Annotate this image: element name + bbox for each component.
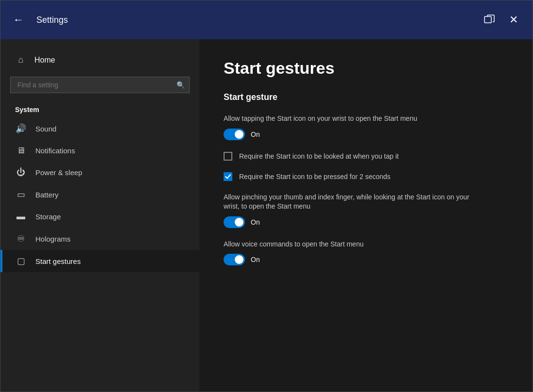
setting-wrist-tap-description: Allow tapping the Start icon on your wri… bbox=[224, 114, 485, 124]
toggle-wrist-tap[interactable] bbox=[224, 129, 245, 140]
home-icon: ⌂ bbox=[15, 55, 27, 65]
battery-icon: ▭ bbox=[15, 189, 27, 200]
content-area: ⌂ Home 🔍 System 🔊 Sound 🖥 Notifications … bbox=[0, 39, 533, 392]
toggle-row-pinch: On bbox=[224, 216, 508, 228]
checkbox-row-press-2sec: Require the Start icon to be pressed for… bbox=[224, 172, 508, 181]
sidebar-item-battery[interactable]: ▭ Battery bbox=[0, 183, 199, 206]
sidebar-label-holograms: Holograms bbox=[35, 235, 71, 243]
sidebar-section-title: System bbox=[0, 99, 199, 117]
notifications-icon: 🖥 bbox=[15, 146, 27, 156]
setting-look-at-start: Require the Start icon to be looked at w… bbox=[224, 152, 508, 161]
toggle-row-wrist-tap: On bbox=[224, 129, 508, 140]
close-button[interactable]: ✕ bbox=[504, 11, 523, 29]
storage-icon: ▬ bbox=[15, 212, 27, 222]
setting-press-2sec: Require the Start icon to be pressed for… bbox=[224, 172, 508, 181]
search-icon: 🔍 bbox=[177, 81, 185, 89]
sidebar: ⌂ Home 🔍 System 🔊 Sound 🖥 Notifications … bbox=[0, 39, 199, 392]
main-content: Start gestures Start gesture Allow tappi… bbox=[199, 39, 533, 392]
start-gestures-icon: ▢ bbox=[15, 256, 27, 266]
sound-icon: 🔊 bbox=[15, 123, 27, 134]
section-subtitle: Start gesture bbox=[224, 92, 508, 102]
setting-pinch-description: Allow pinching your thumb and index fing… bbox=[224, 193, 485, 212]
setting-wrist-tap: Allow tapping the Start icon on your wri… bbox=[224, 114, 508, 140]
svg-rect-0 bbox=[485, 16, 491, 23]
titlebar-actions: ✕ bbox=[479, 11, 523, 29]
checkbox-press-2sec-label: Require the Start icon to be pressed for… bbox=[239, 173, 390, 180]
sidebar-item-notifications[interactable]: 🖥 Notifications bbox=[0, 140, 199, 162]
checkbox-look-at-start[interactable] bbox=[224, 152, 232, 161]
sidebar-item-home[interactable]: ⌂ Home bbox=[0, 49, 199, 71]
restore-button[interactable] bbox=[479, 12, 500, 29]
toggle-voice[interactable] bbox=[224, 254, 245, 265]
toggle-row-voice: On bbox=[224, 254, 508, 265]
setting-pinch: Allow pinching your thumb and index fing… bbox=[224, 193, 508, 228]
search-container: 🔍 bbox=[10, 77, 190, 93]
toggle-pinch-label: On bbox=[251, 218, 260, 226]
setting-voice-description: Allow voice commands to open the Start m… bbox=[224, 240, 485, 249]
sidebar-label-sound: Sound bbox=[35, 125, 56, 133]
sidebar-item-holograms[interactable]: ♾ Holograms bbox=[0, 228, 199, 250]
sidebar-label-battery: Battery bbox=[35, 191, 59, 199]
holograms-icon: ♾ bbox=[15, 233, 27, 244]
checkbox-look-at-start-label: Require the Start icon to be looked at w… bbox=[239, 152, 399, 160]
search-input[interactable] bbox=[10, 77, 190, 93]
checkbox-row-look-at-start: Require the Start icon to be looked at w… bbox=[224, 152, 508, 161]
sidebar-label-storage: Storage bbox=[35, 212, 61, 221]
sidebar-item-sound[interactable]: 🔊 Sound bbox=[0, 117, 199, 140]
titlebar-title: Settings bbox=[36, 15, 479, 25]
sidebar-label-power: Power & sleep bbox=[35, 168, 82, 177]
sidebar-label-notifications: Notifications bbox=[35, 147, 75, 155]
toggle-pinch[interactable] bbox=[224, 216, 245, 228]
app-window: ← Settings ✕ ⌂ Home 🔍 System bbox=[0, 0, 533, 392]
page-title: Start gestures bbox=[224, 59, 508, 78]
home-label: Home bbox=[34, 56, 55, 65]
sidebar-item-storage[interactable]: ▬ Storage bbox=[0, 206, 199, 228]
back-button[interactable]: ← bbox=[10, 11, 27, 29]
setting-voice: Allow voice commands to open the Start m… bbox=[224, 240, 508, 266]
titlebar: ← Settings ✕ bbox=[0, 0, 533, 39]
power-icon: ⏻ bbox=[15, 167, 27, 178]
checkbox-press-2sec[interactable] bbox=[224, 172, 232, 181]
sidebar-item-start-gestures[interactable]: ▢ Start gestures bbox=[0, 250, 199, 272]
toggle-voice-label: On bbox=[251, 256, 260, 263]
sidebar-item-power[interactable]: ⏻ Power & sleep bbox=[0, 162, 199, 183]
toggle-wrist-tap-label: On bbox=[251, 131, 260, 138]
sidebar-label-start-gestures: Start gestures bbox=[35, 257, 81, 265]
